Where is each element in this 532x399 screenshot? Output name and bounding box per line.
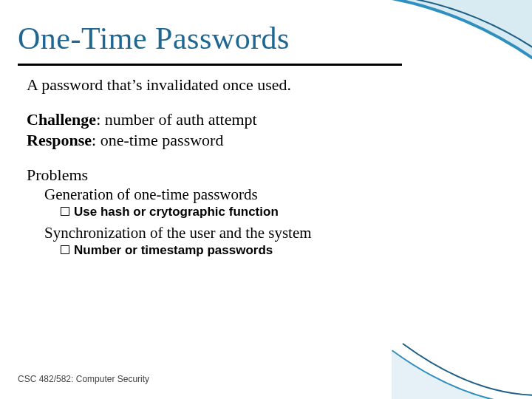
problem-2-detail-text: Number or timestamp passwords (74, 243, 273, 257)
problems-heading: Problems (27, 166, 499, 184)
bottom-right-swoosh (392, 318, 532, 399)
intro-text: A password that’s invalidated once used. (27, 75, 499, 94)
challenge-text: : number of auth attempt (96, 110, 257, 129)
top-right-swoosh (347, 0, 532, 81)
slide: One-Time Passwords A password that’s inv… (0, 0, 532, 399)
slide-body: A password that’s invalidated once used.… (27, 75, 499, 262)
challenge-line: Challenge: number of auth attempt (27, 110, 499, 129)
problem-2: Synchronization of the user and the syst… (44, 224, 499, 242)
title-underline (18, 64, 402, 66)
checkbox-icon (61, 207, 69, 216)
response-line: Response: one-time password (27, 131, 499, 149)
problem-2-detail: Number or timestamp passwords (61, 243, 499, 258)
response-text: : one-time password (92, 131, 223, 149)
slide-title: One-Time Passwords (18, 21, 290, 56)
response-label: Response (27, 131, 92, 149)
checkbox-icon (61, 245, 69, 254)
problem-1-detail: Use hash or crytographic function (61, 205, 499, 219)
problem-1: Generation of one-time passwords (44, 185, 499, 203)
challenge-label: Challenge (27, 110, 96, 129)
problem-1-detail-text: Use hash or crytographic function (74, 205, 279, 219)
slide-footer: CSC 482/582: Computer Security (18, 374, 149, 384)
